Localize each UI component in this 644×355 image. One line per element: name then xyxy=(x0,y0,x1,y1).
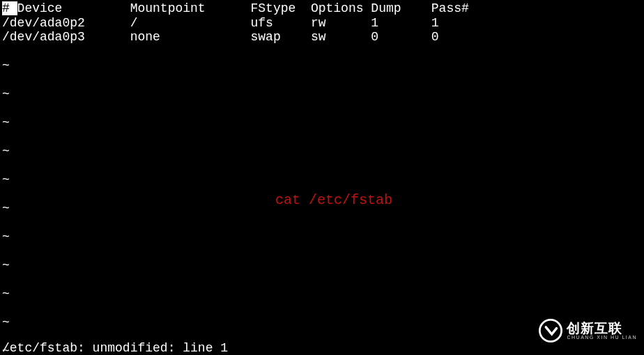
tilde-line: ~ xyxy=(2,144,10,158)
row-mountpoint: none xyxy=(130,30,160,44)
terminal-editor[interactable]: # Device Mountpoint FStype Options Dump … xyxy=(0,0,644,355)
row-pass: 1 xyxy=(431,16,439,30)
watermark: 创新互联 CHUANG XIN HU LIAN xyxy=(539,319,637,342)
svg-point-0 xyxy=(540,320,562,341)
row-device: /dev/ada0p2 xyxy=(2,16,85,30)
overlay-command: cat /etc/fstab xyxy=(275,194,392,208)
tilde-line: ~ xyxy=(2,58,10,72)
tilde-line: ~ xyxy=(2,287,10,301)
row-device: /dev/ada0p3 xyxy=(2,30,85,44)
header-fstype: FStype xyxy=(250,1,296,15)
watermark-logo-icon xyxy=(539,319,562,342)
header-mountpoint: Mountpoint xyxy=(130,1,206,15)
cursor: # xyxy=(2,1,17,15)
watermark-main-text: 创新互联 xyxy=(567,322,637,335)
header-pass: Pass# xyxy=(431,1,469,15)
row-fstype: swap xyxy=(250,30,280,44)
row-mountpoint: / xyxy=(130,16,138,30)
header-options: Options xyxy=(311,1,364,15)
row-options: rw xyxy=(311,16,326,30)
row-pass: 0 xyxy=(431,30,439,44)
row-fstype: ufs xyxy=(250,16,273,30)
tilde-line: ~ xyxy=(2,230,10,244)
header-device: Device xyxy=(17,1,63,15)
watermark-sub-text: CHUANG XIN HU LIAN xyxy=(567,335,637,340)
row-options: sw xyxy=(311,30,326,44)
tilde-line: ~ xyxy=(2,258,10,272)
row-dump: 0 xyxy=(371,30,378,44)
tilde-line: ~ xyxy=(2,116,10,129)
header-dump: Dump xyxy=(371,1,401,15)
tilde-line: ~ xyxy=(2,173,10,187)
tilde-line: ~ xyxy=(2,87,10,101)
tilde-line: ~ xyxy=(2,315,10,329)
tilde-line: ~ xyxy=(2,201,10,215)
row-dump: 1 xyxy=(371,16,378,30)
editor-status-line: /etc/fstab: unmodified: line 1 xyxy=(2,341,228,356)
